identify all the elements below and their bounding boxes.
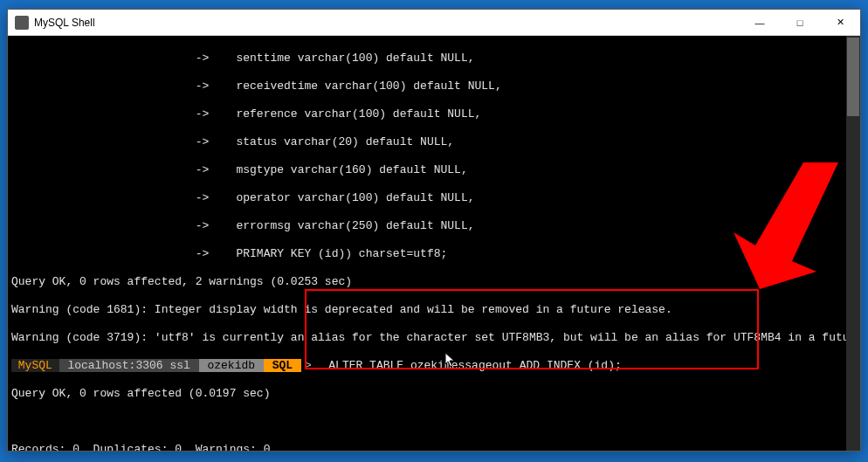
highlight-box	[305, 289, 759, 369]
query-ok: Query OK, 0 rows affected (0.0197 sec)	[11, 387, 857, 401]
minimize-button[interactable]: —	[740, 10, 780, 36]
scrollbar-thumb[interactable]	[847, 38, 859, 116]
prompt-mysql: MySQL	[11, 359, 59, 372]
records-line: Records: 0 Duplicates: 0 Warnings: 0	[11, 443, 857, 451]
red-arrow-annotation	[725, 158, 847, 293]
schema-line: -> status varchar(20) default NULL,	[11, 135, 857, 149]
arrow-icon	[725, 158, 847, 289]
mysql-shell-window: MySQL Shell — □ ✕ -> senttime varchar(10…	[7, 9, 861, 452]
blank-line	[11, 415, 857, 429]
app-icon	[15, 16, 29, 30]
warning-line: Warning (code 1681): Integer display wid…	[11, 303, 857, 317]
close-button[interactable]: ✕	[820, 10, 860, 36]
prompt-sql: SQL	[264, 359, 301, 372]
schema-line: -> receivedtime varchar(100) default NUL…	[11, 79, 857, 93]
scrollbar[interactable]	[846, 36, 860, 451]
maximize-button[interactable]: □	[780, 10, 820, 36]
schema-line: -> reference varchar(100) default NULL,	[11, 107, 857, 121]
warning-line: Warning (code 3719): 'utf8' is currently…	[11, 331, 857, 345]
window-title: MySQL Shell	[34, 17, 740, 29]
schema-line: -> senttime varchar(100) default NULL,	[11, 52, 857, 66]
prompt-db: ozekidb	[199, 359, 264, 372]
prompt-line: MySQL localhost:3306 ssl ozekidb SQL > A…	[11, 359, 857, 373]
sql-command: ALTER TABLE ozekimessageout ADD INDEX (i…	[315, 359, 622, 372]
svg-marker-0	[734, 162, 838, 289]
titlebar: MySQL Shell — □ ✕	[8, 10, 860, 36]
prompt-host: localhost:3306 ssl	[59, 359, 199, 372]
window-controls: — □ ✕	[740, 10, 860, 36]
prompt-gt: >	[305, 359, 312, 372]
